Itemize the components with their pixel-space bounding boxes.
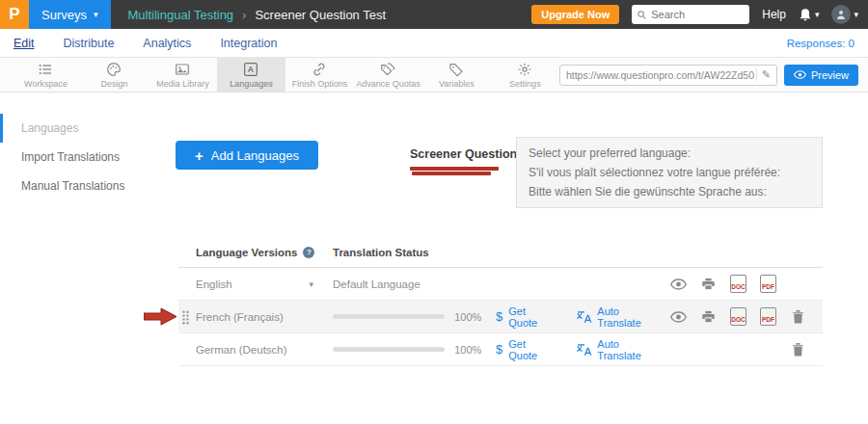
languages-main-panel: + Add Languages Screener Question : Sele… xyxy=(164,93,868,424)
edit-toolbar: Workspace Design Media Library A Languag… xyxy=(0,58,868,93)
toolbar-item-label: Languages xyxy=(230,79,273,89)
eye-icon xyxy=(670,311,687,323)
search-icon xyxy=(637,10,647,20)
column-header-label: Translation Status xyxy=(333,247,429,258)
export-pdf-button[interactable]: PDF xyxy=(753,275,783,293)
account-menu[interactable]: ▾ xyxy=(831,5,858,24)
get-quote-link[interactable]: Get Quote xyxy=(508,305,556,329)
toolbar-item-media-library[interactable]: Media Library xyxy=(149,58,217,92)
delete-language-button[interactable] xyxy=(783,342,813,357)
delete-language-button[interactable] xyxy=(783,309,813,324)
help-link[interactable]: Help xyxy=(762,8,786,21)
avatar xyxy=(831,5,851,24)
survey-url-input[interactable] xyxy=(566,69,756,81)
palette-icon xyxy=(106,62,122,77)
auto-translate-icon xyxy=(577,343,592,357)
view-language-button[interactable] xyxy=(664,311,693,323)
chevron-down-icon: ▾ xyxy=(854,11,858,19)
table-header-row: Language Versions ? Translation Status xyxy=(178,237,823,268)
tab-edit[interactable]: Edit xyxy=(14,37,35,50)
add-languages-button[interactable]: + Add Languages xyxy=(176,141,318,170)
auto-translate-icon xyxy=(577,310,592,324)
drag-handle-icon[interactable] xyxy=(181,310,190,329)
eye-icon xyxy=(670,278,687,290)
toolbar-item-variables[interactable]: Variables xyxy=(422,58,491,92)
tab-integration[interactable]: Integration xyxy=(220,37,277,50)
chevron-down-icon: ▾ xyxy=(94,11,98,19)
doc-file-icon: DOC xyxy=(730,307,746,326)
get-quote-link[interactable]: Get Quote xyxy=(508,338,556,361)
preview-button[interactable]: Preview xyxy=(784,65,858,86)
language-name-cell: German (Deutsch) xyxy=(196,344,333,356)
chevron-down-icon: ▾ xyxy=(815,11,820,19)
questionpro-logo[interactable]: P xyxy=(0,0,29,29)
sidebar-item-languages[interactable]: Languages xyxy=(0,114,164,143)
toolbar-item-finish-options[interactable]: Finish Options xyxy=(285,58,354,92)
language-name: French (Français) xyxy=(196,311,284,323)
help-icon[interactable]: ? xyxy=(303,247,314,258)
languages-icon: A xyxy=(243,62,258,77)
toolbar-item-design[interactable]: Design xyxy=(80,58,149,92)
toolbar-item-label: Settings xyxy=(509,79,541,89)
table-row-english: English ▾ Default Language DOC PDF xyxy=(178,268,823,301)
toolbar-item-languages[interactable]: A Languages xyxy=(217,58,285,92)
export-doc-button[interactable]: DOC xyxy=(723,275,753,293)
sidebar-item-import-translations[interactable]: Import Translations xyxy=(0,143,164,172)
edit-url-icon[interactable]: ✎ xyxy=(756,68,771,81)
translation-progress-bar xyxy=(333,347,445,352)
print-language-button[interactable] xyxy=(693,277,723,291)
toolbar-item-label: Variables xyxy=(439,79,475,89)
notifications-menu[interactable]: ▾ xyxy=(799,8,820,22)
export-doc-button[interactable]: DOC xyxy=(723,307,753,326)
product-menu-surveys[interactable]: Surveys ▾ xyxy=(29,0,111,29)
annotation-arrow xyxy=(144,307,177,330)
printer-icon xyxy=(701,309,716,324)
default-language-label: Default Language xyxy=(333,278,420,290)
screener-line-german: Bitte wählen Sie die gewünschte Sprache … xyxy=(529,182,810,201)
top-bar: P Surveys ▾ Multilingual Testing › Scree… xyxy=(0,0,868,29)
language-dropdown-caret-icon[interactable]: ▾ xyxy=(309,279,313,289)
global-search xyxy=(632,5,749,24)
sidebar-item-manual-translations[interactable]: Manual Translations xyxy=(0,172,164,200)
dollar-icon: $ xyxy=(496,309,502,324)
screener-line-french: S'il vous plaît sélectionnez votre langu… xyxy=(529,163,810,182)
survey-url-box: ✎ xyxy=(559,65,777,86)
tab-distribute[interactable]: Distribute xyxy=(64,37,115,50)
screener-line-english: Select your preferred language: xyxy=(529,144,810,163)
doc-file-icon: DOC xyxy=(730,275,746,293)
gear-icon xyxy=(517,62,532,77)
auto-translate-link[interactable]: Auto Translate xyxy=(597,338,664,361)
screener-question-label: Screener Question : xyxy=(410,147,525,161)
table-row-german: German (Deutsch) 100% $ Get Quote Auto T… xyxy=(178,333,823,366)
search-input[interactable] xyxy=(632,5,749,24)
view-language-button[interactable] xyxy=(664,278,693,290)
tag-icon xyxy=(448,62,464,77)
pdf-file-icon: PDF xyxy=(760,307,776,326)
table-row-french: French (Français) 100% $ Get Quote Auto … xyxy=(178,301,823,333)
responses-count[interactable]: Responses: 0 xyxy=(787,38,854,49)
column-header-language-versions: Language Versions ? xyxy=(196,247,333,258)
toolbar-item-advance-quotas[interactable]: Advance Quotas xyxy=(354,58,422,92)
upgrade-now-button[interactable]: Upgrade Now xyxy=(531,5,619,24)
language-name-cell: English ▾ xyxy=(196,278,333,290)
export-pdf-button[interactable]: PDF xyxy=(753,307,783,326)
plus-icon: + xyxy=(195,147,203,164)
print-language-button[interactable] xyxy=(693,309,723,324)
toolbar-item-workspace[interactable]: Workspace xyxy=(12,58,80,92)
toolbar-item-label: Media Library xyxy=(156,79,209,89)
workspace-icon xyxy=(38,62,53,77)
language-versions-table: Language Versions ? Translation Status E… xyxy=(178,237,823,366)
link-icon xyxy=(312,62,327,77)
auto-translate-link[interactable]: Auto Translate xyxy=(597,305,664,329)
preview-button-label: Preview xyxy=(811,69,849,81)
breadcrumb-folder[interactable]: Multilingual Testing xyxy=(128,8,234,22)
trash-icon xyxy=(792,342,804,357)
tab-analytics[interactable]: Analytics xyxy=(143,37,191,50)
toolbar-item-label: Design xyxy=(100,79,127,89)
toolbar-item-settings[interactable]: Settings xyxy=(491,58,559,92)
trash-icon xyxy=(792,309,804,324)
add-languages-label: Add Languages xyxy=(211,148,299,163)
section-nav: Edit Distribute Analytics Integration Re… xyxy=(0,29,868,58)
user-icon xyxy=(835,9,847,20)
languages-sidebar: Languages Import Translations Manual Tra… xyxy=(0,93,164,424)
